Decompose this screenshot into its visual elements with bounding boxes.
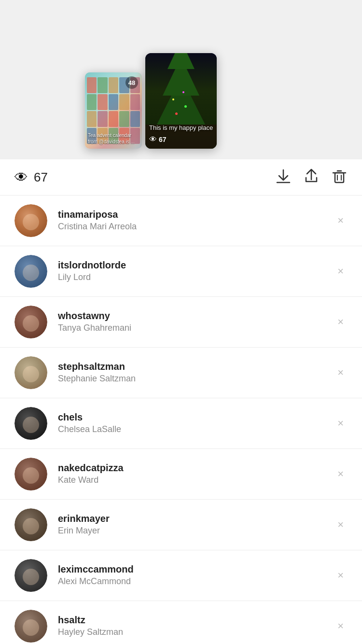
viewer-fullname: Cristina Mari Arreola	[58, 221, 334, 233]
remove-viewer-button[interactable]: ×	[334, 413, 348, 434]
list-item: whostawny Tanya Ghahremani ×	[0, 297, 362, 348]
avatar	[14, 204, 47, 237]
viewer-username: itslordnotlorde	[58, 259, 334, 271]
viewer-fullname: Hayley Saltzman	[58, 626, 334, 638]
avatar	[14, 407, 47, 440]
story-preview-area: 48 Tea advent calendar from @davidstea i…	[0, 23, 362, 149]
viewer-info: whostawny Tanya Ghahremani	[58, 309, 334, 334]
viewer-username: stephsaltzman	[58, 360, 334, 373]
viewer-fullname: Lily Lord	[58, 271, 334, 283]
avatar	[14, 306, 47, 338]
avatar	[14, 458, 47, 490]
story-view-count: 67	[159, 136, 167, 143]
viewer-fullname: Kate Ward	[58, 474, 334, 486]
viewer-fullname: Chelsea LaSalle	[58, 423, 334, 435]
viewer-info: tinamariposa Cristina Mari Arreola	[58, 208, 334, 233]
remove-viewer-button[interactable]: ×	[334, 464, 348, 484]
remove-viewer-button[interactable]: ×	[334, 210, 348, 231]
avatar	[14, 356, 47, 389]
viewer-info: chels Chelsea LaSalle	[58, 411, 334, 435]
share-button[interactable]	[303, 168, 320, 186]
viewer-info: hsaltz Hayley Saltzman	[58, 614, 334, 638]
viewer-username: hsaltz	[58, 614, 334, 626]
remove-viewer-button[interactable]: ×	[334, 515, 348, 535]
viewers-list: tinamariposa Cristina Mari Arreola × its…	[0, 196, 362, 644]
story-pointer	[0, 149, 362, 159]
remove-viewer-button[interactable]: ×	[334, 312, 348, 332]
list-item: erinkmayer Erin Mayer ×	[0, 500, 362, 550]
top-bar	[0, 0, 362, 23]
remove-viewer-button[interactable]: ×	[334, 616, 348, 636]
avatar	[14, 255, 47, 288]
remove-viewer-button[interactable]: ×	[334, 261, 348, 281]
list-item: chels Chelsea LaSalle ×	[0, 398, 362, 449]
viewer-username: chels	[58, 411, 334, 423]
viewer-username: erinkmayer	[58, 512, 334, 525]
stats-left: 👁 67	[14, 169, 48, 185]
viewer-fullname: Stephanie Saltzman	[58, 373, 334, 385]
viewer-info: leximccammond Alexi McCammond	[58, 563, 334, 588]
eye-icon: 👁	[14, 169, 28, 185]
viewer-info: itslordnotlorde Lily Lord	[58, 259, 334, 283]
list-item: leximccammond Alexi McCammond ×	[0, 550, 362, 601]
viewer-info: erinkmayer Erin Mayer	[58, 512, 334, 537]
viewer-info: stephsaltzman Stephanie Saltzman	[58, 360, 334, 385]
svg-rect-6	[335, 173, 344, 182]
remove-viewer-button[interactable]: ×	[334, 565, 348, 586]
viewer-fullname: Alexi McCammond	[58, 575, 334, 588]
story-main-caption: This is my happy place	[149, 124, 213, 131]
list-item: itslordnotlorde Lily Lord ×	[0, 246, 362, 297]
viewer-username: tinamariposa	[58, 208, 334, 221]
total-view-count: 67	[34, 170, 48, 185]
story-stats: 👁 67	[149, 135, 167, 144]
viewer-username: whostawny	[58, 309, 334, 322]
list-item: nakedcatpizza Kate Ward ×	[0, 449, 362, 500]
avatar	[14, 559, 47, 592]
download-button[interactable]	[275, 168, 292, 186]
story-card-main[interactable]: ★ This is my happy place 👁 67	[145, 53, 217, 149]
secondary-view-count: 48	[125, 76, 138, 89]
story-card-secondary[interactable]: 48 Tea advent calendar from @davidstea i…	[85, 72, 142, 149]
list-item: tinamariposa Cristina Mari Arreola ×	[0, 196, 362, 246]
delete-button[interactable]	[331, 168, 348, 186]
stats-bar: 👁 67	[0, 159, 362, 196]
viewer-username: nakedcatpizza	[58, 462, 334, 474]
list-item: hsaltz Hayley Saltzman ×	[0, 601, 362, 644]
story-cards-wrapper: 48 Tea advent calendar from @davidstea i…	[145, 53, 217, 149]
avatar	[14, 610, 47, 643]
viewer-fullname: Tanya Ghahremani	[58, 322, 334, 334]
viewer-fullname: Erin Mayer	[58, 525, 334, 537]
remove-viewer-button[interactable]: ×	[334, 363, 348, 383]
avatar	[14, 508, 47, 541]
viewer-username: leximccammond	[58, 563, 334, 575]
viewer-info: nakedcatpizza Kate Ward	[58, 462, 334, 486]
stats-actions	[275, 168, 348, 186]
list-item: stephsaltzman Stephanie Saltzman ×	[0, 348, 362, 398]
secondary-caption: Tea advent calendar from @davidstea is .…	[88, 132, 142, 145]
